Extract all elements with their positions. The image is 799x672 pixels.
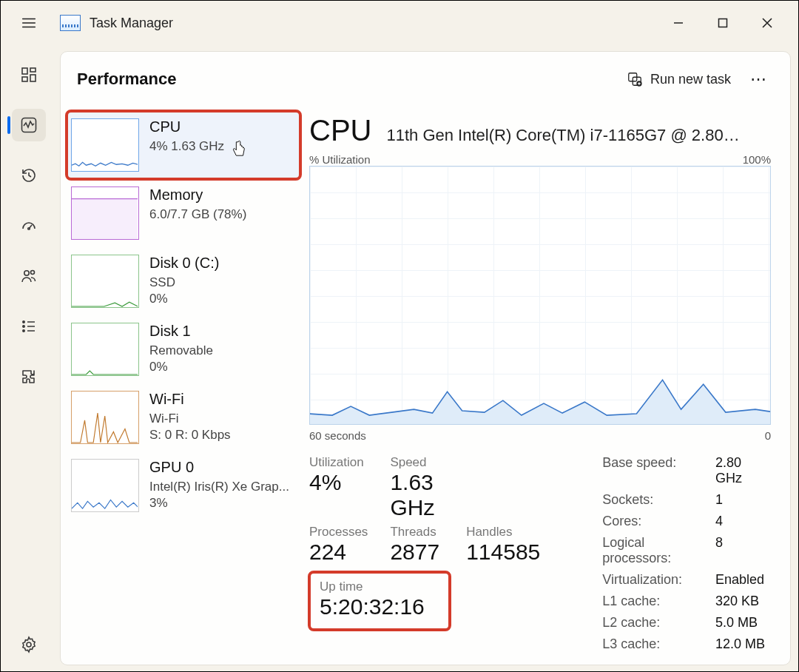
svg-point-7: [24, 271, 29, 275]
title-bar: Task Manager: [1, 1, 798, 45]
memory-thumb: [71, 187, 139, 240]
category-item-cpu[interactable]: CPU 4% 1.63 GHz: [67, 111, 300, 179]
nav-app-history[interactable]: [12, 159, 46, 192]
svg-rect-0: [719, 19, 727, 27]
stat-value: 4: [715, 514, 771, 529]
close-button[interactable]: [745, 5, 789, 41]
svg-rect-3: [30, 75, 36, 81]
stat-label: Virtualization:: [602, 572, 689, 588]
cat-sub: Wi-Fi S: 0 R: 0 Kbps: [149, 411, 231, 443]
run-new-task-button[interactable]: Run new task: [624, 67, 734, 92]
stat-label: Handles: [466, 525, 540, 540]
category-item-disk1[interactable]: Disk 1 Removable 0%: [67, 315, 300, 383]
activity-icon: [20, 116, 38, 134]
nav-startup-apps[interactable]: [12, 209, 46, 242]
stat-label: Processes: [309, 525, 368, 540]
maximize-icon: [718, 18, 728, 28]
app-logo-icon: [60, 15, 81, 31]
svg-rect-2: [30, 68, 36, 72]
detail-title: CPU: [309, 114, 371, 147]
chart-y-max: 100%: [743, 153, 771, 166]
category-list: CPU 4% 1.63 GHz Memory 6.0/7.7 GB (78%): [61, 107, 305, 665]
cpu-thumb: [71, 118, 139, 172]
cat-sub: 6.0/7.7 GB (78%): [149, 206, 246, 223]
stat-label: L1 cache:: [602, 594, 689, 609]
run-task-label: Run new task: [650, 72, 731, 87]
gauge-icon: [20, 217, 38, 235]
category-item-wifi[interactable]: Wi-Fi Wi-Fi S: 0 R: 0 Kbps: [67, 383, 300, 451]
uptime-box: Up time 5:20:32:16: [309, 572, 450, 630]
nav-users[interactable]: [12, 260, 46, 292]
svg-rect-4: [22, 77, 27, 81]
nav-settings[interactable]: [12, 628, 46, 661]
nav-services[interactable]: [12, 360, 46, 393]
app-title: Task Manager: [90, 16, 173, 31]
stat-value: 114585: [466, 540, 540, 565]
stat-value: 4%: [309, 470, 368, 495]
primary-stats: Utilization4% Speed1.63 GHz Processes224…: [309, 455, 540, 565]
chart-x-left: 60 seconds: [309, 429, 366, 442]
stat-value: Enabled: [715, 572, 771, 588]
chart-x-right: 0: [765, 429, 771, 442]
uptime-value: 5:20:32:16: [320, 594, 425, 619]
svg-point-11: [23, 330, 24, 332]
hamburger-button[interactable]: [14, 8, 44, 38]
nav-performance[interactable]: [12, 109, 46, 141]
grid-icon: [20, 66, 38, 84]
more-button[interactable]: ⋯: [744, 70, 774, 89]
history-icon: [20, 167, 38, 184]
card-header: Performance Run new task ⋯: [61, 52, 790, 107]
cat-title: CPU: [149, 118, 224, 135]
nav-details[interactable]: [12, 310, 46, 343]
chart-y-label: % Utilization: [309, 153, 371, 166]
stat-label: Speed: [390, 455, 444, 470]
secondary-stats: Base speed:2.80 GHz Sockets:1 Cores:4 Lo…: [602, 455, 771, 652]
cat-sub: 4% 1.63 GHz: [149, 138, 224, 155]
stat-label: Base speed:: [602, 455, 689, 486]
disk1-thumb: [71, 323, 139, 376]
cat-sub: SSD 0%: [149, 275, 219, 307]
category-item-gpu0[interactable]: GPU 0 Intel(R) Iris(R) Xe Grap... 3%: [67, 451, 300, 520]
minimize-icon: [673, 18, 684, 28]
stat-value: 12.0 MB: [715, 636, 771, 652]
stat-value: 320 KB: [715, 594, 771, 609]
stat-label: L3 cache:: [602, 636, 689, 652]
stat-value: 1: [715, 492, 771, 508]
maximize-button[interactable]: [701, 5, 745, 41]
uptime-label: Up time: [320, 579, 425, 594]
cpu-utilization-chart: [309, 166, 771, 425]
svg-point-8: [31, 271, 35, 275]
content-card: Performance Run new task ⋯ CPU 4% 1.63 G…: [60, 51, 791, 665]
stat-label: Cores:: [602, 514, 689, 529]
cat-title: Disk 0 (C:): [149, 255, 219, 272]
gear-icon: [20, 636, 38, 653]
stat-label: Sockets:: [602, 492, 689, 508]
category-item-disk0[interactable]: Disk 0 (C:) SSD 0%: [67, 247, 300, 315]
cat-sub: Removable 0%: [149, 343, 213, 375]
stat-label: Threads: [390, 525, 444, 540]
puzzle-icon: [20, 368, 38, 386]
stat-value: 8: [715, 535, 771, 566]
svg-point-12: [27, 642, 31, 647]
cursor-pointer-icon: [231, 139, 247, 158]
cat-title: Wi-Fi: [149, 391, 231, 408]
nav-processes[interactable]: [12, 58, 46, 91]
svg-rect-1: [22, 68, 27, 74]
disk0-thumb: [71, 255, 139, 308]
users-icon: [20, 267, 38, 285]
page-title: Performance: [77, 70, 177, 89]
detail-panel: CPU 11th Gen Intel(R) Core(TM) i7-1165G7…: [305, 107, 790, 665]
cpu-model: 11th Gen Intel(R) Core(TM) i7-1165G7 @ 2…: [386, 126, 771, 145]
svg-point-10: [23, 326, 24, 327]
stat-value: 5.0 MB: [715, 615, 771, 631]
stat-value: 2877: [390, 540, 444, 565]
list-icon: [20, 317, 38, 335]
cat-title: GPU 0: [149, 459, 289, 476]
minimize-button[interactable]: [656, 5, 701, 41]
svg-point-9: [23, 321, 24, 323]
cat-title: Disk 1: [149, 323, 213, 340]
svg-rect-16: [72, 199, 138, 239]
nav-rail: [1, 45, 57, 671]
category-item-memory[interactable]: Memory 6.0/7.7 GB (78%): [67, 179, 300, 247]
stat-label: Logical processors:: [602, 535, 689, 566]
